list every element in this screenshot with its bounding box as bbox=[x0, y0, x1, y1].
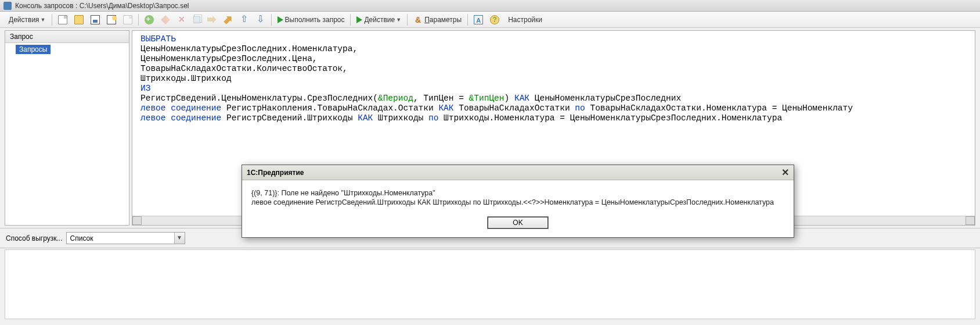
dialog-message: {(9, 71)}: Поле не найдено "Штрихкоды.Но… bbox=[242, 180, 794, 213]
sort-button[interactable] bbox=[221, 13, 236, 26]
help-button[interactable]: ? bbox=[487, 13, 502, 26]
new-button[interactable] bbox=[55, 13, 70, 26]
pencil-icon bbox=[161, 15, 170, 24]
action-menu-button[interactable]: Действие▼ bbox=[354, 13, 404, 26]
plus-icon bbox=[145, 15, 154, 24]
settings-link[interactable]: Настройки bbox=[503, 13, 545, 26]
add-button[interactable] bbox=[142, 13, 157, 26]
document-icon bbox=[58, 15, 67, 24]
results-panel[interactable] bbox=[5, 249, 975, 319]
export-mode-value: Список bbox=[67, 234, 174, 242]
separator bbox=[407, 14, 408, 26]
sort-icon bbox=[221, 13, 235, 26]
open-button[interactable] bbox=[71, 13, 87, 26]
chevron-down-icon[interactable]: ▼ bbox=[174, 233, 185, 244]
copy-icon bbox=[193, 16, 200, 23]
toolbar: Действия▼ ✕ ⇧ ⇩ Выполнить запрос Действи… bbox=[0, 12, 980, 28]
separator bbox=[271, 14, 272, 26]
help-icon: ? bbox=[490, 15, 499, 24]
dialog-title: 1С:Предприятие bbox=[247, 169, 304, 177]
close-icon[interactable]: ✕ bbox=[781, 167, 789, 178]
tree-item-queries[interactable]: Запросы bbox=[16, 45, 51, 54]
save-as-button[interactable] bbox=[104, 13, 119, 26]
edit-button bbox=[158, 13, 173, 26]
query-list-panel: Запрос Запросы bbox=[5, 30, 129, 226]
move-down-button[interactable]: ⇩ bbox=[253, 13, 268, 26]
execute-query-button[interactable]: Выполнить запрос bbox=[275, 13, 348, 26]
play-icon bbox=[278, 16, 283, 23]
disabled-button bbox=[120, 13, 135, 26]
settings-button[interactable]: A bbox=[471, 13, 486, 26]
play-icon bbox=[356, 16, 362, 23]
folder-open-icon bbox=[74, 15, 84, 24]
sidebar-header: Запрос bbox=[5, 31, 129, 43]
export-mode-combo[interactable]: Список ▼ bbox=[66, 232, 185, 244]
parameters-button[interactable]: & Параметры bbox=[410, 13, 464, 26]
export-label: Способ выгрузк... bbox=[6, 234, 63, 242]
ampersand-icon: & bbox=[413, 15, 423, 24]
arrow-right-icon bbox=[207, 15, 217, 24]
delete-icon: ✕ bbox=[177, 15, 186, 24]
save-as-icon bbox=[107, 15, 116, 24]
sidebar-body[interactable]: Запросы bbox=[5, 43, 129, 225]
window-title: Консоль запросов : C:\Users\Дима\Desktop… bbox=[15, 2, 189, 10]
app-icon bbox=[3, 2, 12, 10]
title-bar: Консоль запросов : C:\Users\Дима\Desktop… bbox=[0, 0, 980, 12]
move-up-button[interactable]: ⇧ bbox=[237, 13, 252, 26]
document-icon bbox=[123, 15, 132, 24]
arrow-down-icon: ⇩ bbox=[256, 15, 265, 24]
separator bbox=[138, 14, 139, 26]
delete-button: ✕ bbox=[174, 13, 189, 26]
save-button[interactable] bbox=[88, 13, 103, 26]
actions-menu-button[interactable]: Действия▼ bbox=[4, 13, 49, 26]
separator bbox=[467, 14, 468, 26]
error-dialog: 1С:Предприятие ✕ {(9, 71)}: Поле не найд… bbox=[242, 165, 794, 238]
copy-button bbox=[190, 13, 203, 26]
separator bbox=[350, 14, 351, 26]
move-button bbox=[204, 13, 219, 26]
arrow-up-icon: ⇧ bbox=[240, 15, 249, 24]
settings-icon: A bbox=[474, 15, 483, 24]
ok-button[interactable]: OK bbox=[487, 216, 549, 229]
dialog-titlebar[interactable]: 1С:Предприятие ✕ bbox=[242, 165, 794, 180]
separator bbox=[52, 14, 52, 26]
save-icon bbox=[91, 15, 100, 24]
